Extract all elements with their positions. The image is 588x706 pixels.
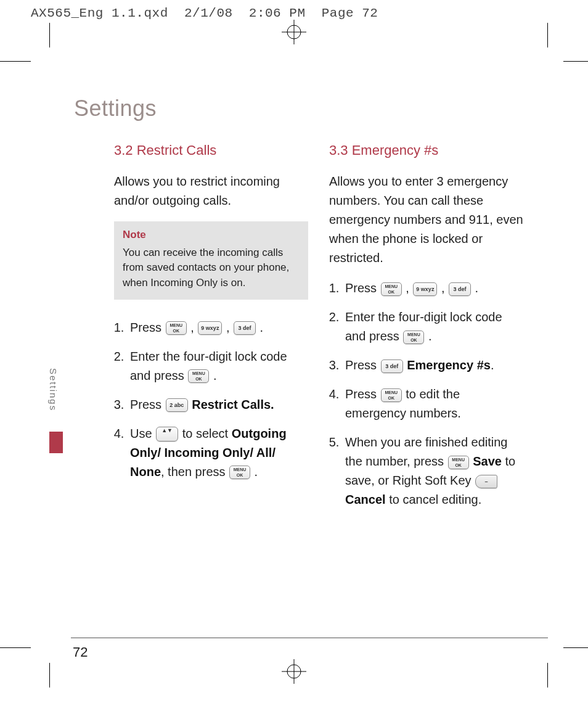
side-tab-label: Settings <box>48 368 59 411</box>
menu-ok-key-icon: MENUOK <box>448 456 469 469</box>
step-right-1: Press MENUOK , 9 wxyz , 3 def . <box>343 279 523 298</box>
heading-restrict-calls: 3.2 Restrict Calls <box>114 140 308 161</box>
preflight-filename: AX565_Eng 1.1.qxd <box>31 6 168 20</box>
key-3-icon: 3 def <box>234 321 256 335</box>
key-9-icon: 9 wxyz <box>413 282 437 296</box>
nav-key-icon: ▲▼ <box>156 427 178 441</box>
crop-mark <box>547 663 548 688</box>
crop-mark <box>0 647 31 648</box>
steps-right: Press MENUOK , 9 wxyz , 3 def . Enter th… <box>329 279 523 509</box>
right-soft-key-icon: – <box>475 475 497 488</box>
crop-mark <box>547 23 548 47</box>
crop-mark <box>563 61 588 62</box>
menu-ok-key-icon: MENUOK <box>229 466 250 479</box>
registration-mark-top <box>280 18 308 48</box>
step-right-3: Press 3 def Emergency #s. <box>343 356 523 375</box>
column-right: 3.3 Emergency #s Allows you to enter 3 e… <box>329 140 523 519</box>
step-left-4: Use ▲▼ to select Outgoing Only/ Incoming… <box>128 424 308 482</box>
key-2-icon: 2 abc <box>166 398 188 412</box>
steps-left: Press MENUOK , 9 wxyz , 3 def . Enter th… <box>114 318 308 482</box>
note-label: Note <box>123 228 300 243</box>
preflight-page: Page 72 <box>322 6 378 20</box>
step-left-1: Press MENUOK , 9 wxyz , 3 def . <box>128 318 308 337</box>
preflight-date: 2/1/08 <box>184 6 233 20</box>
step-left-3: Press 2 abc Restrict Calls. <box>128 395 308 414</box>
note-box: Note You can receive the incoming calls … <box>114 221 308 300</box>
footer-rule <box>71 638 548 638</box>
save-bold: Save <box>473 454 502 468</box>
page-number: 72 <box>73 644 88 660</box>
crop-mark <box>0 61 31 62</box>
crop-mark <box>563 647 588 648</box>
step-right-5: When you are finished editing the number… <box>343 433 523 509</box>
key-3-icon: 3 def <box>381 359 403 373</box>
heading-emergency: 3.3 Emergency #s <box>329 140 523 161</box>
crop-mark <box>49 23 50 47</box>
preflight-header: AX565_Eng 1.1.qxd 2/1/08 2:06 PM Page 72 <box>31 6 378 20</box>
registration-mark-bottom <box>280 658 308 688</box>
emergency-bold: Emergency #s <box>407 358 491 372</box>
content-columns: 3.2 Restrict Calls Allows you to restric… <box>49 128 548 519</box>
menu-ok-key-icon: MENUOK <box>381 388 402 402</box>
column-left: 3.2 Restrict Calls Allows you to restric… <box>114 140 308 519</box>
page-frame: Settings 3.2 Restrict Calls Allows you t… <box>49 62 548 647</box>
page-title: Settings <box>74 96 548 121</box>
side-tab-bar <box>49 432 63 453</box>
step-right-2: Enter the four-digit lock code and press… <box>343 308 523 346</box>
note-body: You can receive the incoming calls from … <box>123 247 289 289</box>
menu-ok-key-icon: MENUOK <box>403 330 424 344</box>
menu-ok-key-icon: MENUOK <box>166 321 187 335</box>
key-9-icon: 9 wxyz <box>198 321 222 335</box>
restrict-calls-bold: Restrict Calls. <box>192 398 274 411</box>
step-right-4: Press MENUOK to edit the emergency numbe… <box>343 385 523 423</box>
cancel-bold: Cancel <box>345 493 386 506</box>
intro-emergency: Allows you to enter 3 emergency numbers.… <box>329 172 523 268</box>
intro-restrict-calls: Allows you to restrict incoming and/or o… <box>114 172 308 210</box>
step-left-2: Enter the four-digit lock code and press… <box>128 347 308 385</box>
menu-ok-key-icon: MENUOK <box>381 282 402 296</box>
menu-ok-key-icon: MENUOK <box>188 369 209 383</box>
crop-mark <box>49 663 50 688</box>
key-3-icon: 3 def <box>449 282 471 296</box>
